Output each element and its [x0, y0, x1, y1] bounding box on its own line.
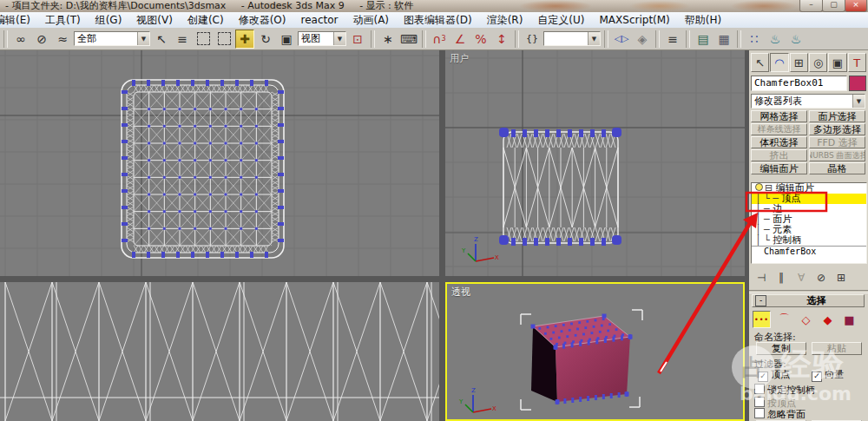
- object-color-swatch[interactable]: [849, 76, 866, 91]
- modifier-list-dropdown[interactable]: 修改器列表 ▼: [751, 94, 865, 109]
- angle-snap-icon[interactable]: ∠: [450, 30, 470, 49]
- render-setup-icon[interactable]: ♨: [766, 30, 785, 49]
- selection-filter-dropdown[interactable]: 全部 ▼: [74, 31, 150, 46]
- select-object-icon[interactable]: ↖: [152, 30, 171, 49]
- hierarchy-icon: ⊞: [794, 56, 804, 69]
- checkbox-icon[interactable]: [754, 408, 765, 418]
- vol-select-button[interactable]: 体积选择: [751, 136, 807, 148]
- patch-select-button[interactable]: 面片选择: [809, 110, 865, 122]
- lattice-button[interactable]: 晶格: [809, 162, 865, 174]
- unlink-selection-icon[interactable]: ⊘: [32, 30, 51, 49]
- viewport-label-perspective[interactable]: 透视: [451, 286, 470, 299]
- toolbar-separator: [737, 30, 741, 48]
- edge-subobject-icon[interactable]: ◇: [798, 312, 814, 327]
- tab-utilities[interactable]: T: [848, 53, 866, 72]
- select-and-move-icon[interactable]: ✚: [235, 30, 254, 49]
- mesh-select-button[interactable]: 网格选择: [751, 110, 807, 122]
- snaps-toggle-icon[interactable]: ∩3: [430, 30, 449, 49]
- pin-stack-icon[interactable]: ⊣: [754, 272, 768, 284]
- selection-filter-value: 全部: [75, 32, 137, 45]
- filter-vertex-checkbox[interactable]: ✓顶点: [758, 368, 790, 382]
- menu-customize[interactable]: 自定义(U): [537, 13, 584, 28]
- stack-row-chamferbox[interactable]: ChamferBox: [752, 246, 866, 257]
- poly-select-button[interactable]: 多边形选择: [809, 123, 865, 135]
- ignore-backfacing-checkbox[interactable]: 忽略背面: [754, 408, 806, 421]
- close-button[interactable]: ×: [845, 0, 867, 12]
- select-and-manipulate-icon[interactable]: ∗: [378, 30, 398, 49]
- chevron-down-icon[interactable]: ▼: [333, 32, 345, 45]
- chevron-down-icon[interactable]: ▼: [588, 32, 600, 45]
- stack-row-handle[interactable]: │ └ 控制柄: [752, 235, 866, 246]
- viewport-user[interactable]: ZXY 用户: [445, 50, 745, 276]
- chevron-down-icon[interactable]: ▼: [852, 95, 865, 108]
- layer-manager-icon[interactable]: ≡: [663, 30, 682, 49]
- element-subobject-icon[interactable]: ■: [841, 312, 858, 327]
- menu-rendering[interactable]: 渲染(R): [487, 13, 523, 28]
- menu-modifiers[interactable]: 修改器(O): [239, 13, 286, 28]
- edit-named-sets-icon[interactable]: {}: [523, 30, 542, 49]
- maximize-button[interactable]: ▢: [822, 0, 845, 12]
- edit-patch-button[interactable]: 编辑面片: [751, 162, 807, 174]
- menu-tools[interactable]: 工具(T): [45, 13, 81, 28]
- mirror-icon[interactable]: ◁▷: [612, 30, 631, 49]
- select-and-link-icon[interactable]: ∞: [11, 30, 30, 49]
- bulb-icon[interactable]: [755, 183, 763, 191]
- minimize-button[interactable]: –: [799, 0, 823, 12]
- checkbox-icon[interactable]: [754, 384, 765, 394]
- toolbar-separator: [515, 30, 519, 48]
- viewport-top[interactable]: [0, 50, 439, 276]
- checkbox-icon[interactable]: ✓: [812, 372, 822, 382]
- percent-snap-icon[interactable]: %: [471, 30, 490, 49]
- object-name-field[interactable]: ChamferBox01: [751, 76, 847, 91]
- lock-handles-checkbox[interactable]: 锁定控制柄: [754, 384, 815, 397]
- menu-help[interactable]: 帮助(H): [685, 13, 721, 28]
- curve-editor-icon[interactable]: ▤: [694, 30, 713, 49]
- collapse-icon[interactable]: -: [755, 295, 766, 306]
- show-end-result-icon[interactable]: ‖: [774, 272, 788, 284]
- menu-reactor[interactable]: reactor: [300, 14, 338, 26]
- menu-group[interactable]: 组(G): [95, 13, 122, 28]
- handle-subobject-icon[interactable]: ⌒: [776, 312, 792, 327]
- select-and-rotate-icon[interactable]: ↻: [256, 30, 275, 49]
- tab-motion[interactable]: ◎: [809, 53, 827, 72]
- tab-display[interactable]: ▣: [828, 53, 846, 72]
- tab-modify[interactable]: ◠: [770, 53, 788, 72]
- menu-create[interactable]: 创建(C): [187, 13, 224, 28]
- use-pivot-center-icon[interactable]: ⊡: [348, 30, 367, 49]
- reference-coordinate-dropdown[interactable]: 视图 ▼: [298, 31, 346, 46]
- menu-views[interactable]: 视图(V): [136, 13, 173, 28]
- select-and-scale-icon[interactable]: ▣: [277, 30, 296, 49]
- filter-vector-checkbox[interactable]: ✓向量: [812, 368, 844, 382]
- chevron-down-icon[interactable]: ▼: [137, 32, 149, 45]
- spinner-snap-icon[interactable]: ↕: [492, 30, 511, 49]
- rect-selection-region-icon[interactable]: [194, 30, 213, 49]
- menu-animation[interactable]: 动画(A): [352, 13, 389, 28]
- menu-graph-editors[interactable]: 图表编辑器(D): [404, 13, 472, 28]
- material-editor-icon[interactable]: ∷: [745, 30, 764, 49]
- svg-text:Z: Z: [471, 387, 476, 394]
- viewport-bottom-left[interactable]: [0, 282, 439, 421]
- menu-maxscript[interactable]: MAXScript(M): [600, 14, 670, 26]
- select-by-name-icon[interactable]: ≡: [173, 30, 192, 49]
- menu-edit[interactable]: 编辑(E): [0, 13, 30, 28]
- checkbox-icon[interactable]: ✓: [758, 372, 768, 382]
- viewport-label-user[interactable]: 用户: [450, 52, 469, 65]
- viewport-perspective[interactable]: ZXY 透视: [445, 282, 745, 421]
- selection-rollout-header[interactable]: - 选择: [752, 294, 865, 307]
- configure-modifier-sets-icon[interactable]: ⊞: [834, 272, 848, 284]
- tab-create[interactable]: ↖: [751, 53, 769, 72]
- named-sets-dropdown[interactable]: ▼: [543, 31, 601, 46]
- align-icon[interactable]: ◈: [633, 30, 652, 49]
- copy-button[interactable]: 复制: [756, 342, 806, 355]
- bind-to-spacewarp-icon[interactable]: ≈: [53, 30, 72, 49]
- remove-modifier-icon[interactable]: ⊘: [814, 272, 828, 284]
- vertex-subobject-icon[interactable]: •••: [753, 311, 771, 328]
- schematic-view-icon[interactable]: ▦: [714, 30, 733, 49]
- patch-subobject-icon[interactable]: ◆: [819, 312, 836, 327]
- tab-hierarchy[interactable]: ⊞: [790, 53, 808, 72]
- reference-coordinate-value: 视图: [299, 32, 333, 45]
- quick-render-icon[interactable]: ♨: [786, 30, 806, 49]
- keyboard-shortcut-override-icon[interactable]: ⌨: [399, 30, 418, 49]
- toolbar-separator: [655, 30, 660, 48]
- crossing-selection-icon[interactable]: [214, 30, 233, 49]
